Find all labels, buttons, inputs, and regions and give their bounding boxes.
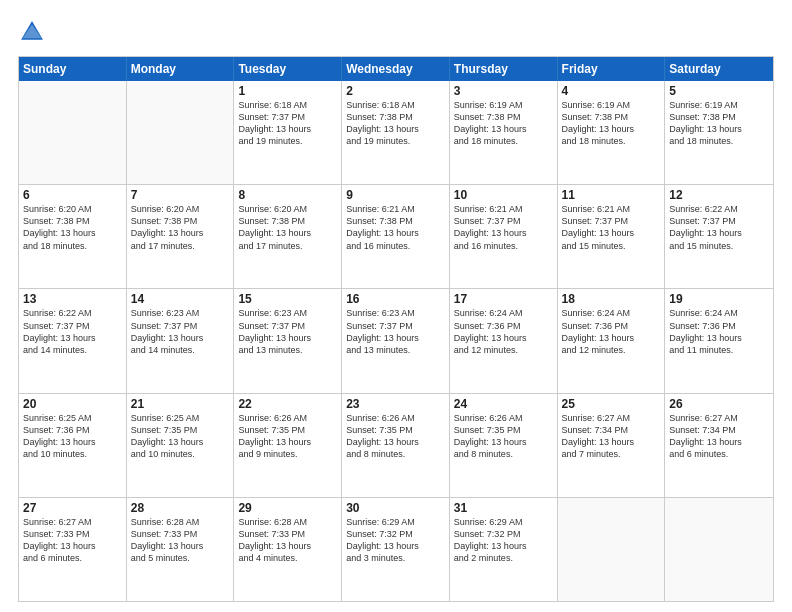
cell-detail: Sunrise: 6:19 AMSunset: 7:38 PMDaylight:… [562,99,661,148]
calendar-row-3: 20Sunrise: 6:25 AMSunset: 7:36 PMDayligh… [19,393,773,497]
calendar-cell: 4Sunrise: 6:19 AMSunset: 7:38 PMDaylight… [558,81,666,184]
weekday-header-saturday: Saturday [665,57,773,81]
calendar-row-1: 6Sunrise: 6:20 AMSunset: 7:38 PMDaylight… [19,184,773,288]
day-number: 15 [238,292,337,306]
calendar-cell: 15Sunrise: 6:23 AMSunset: 7:37 PMDayligh… [234,289,342,392]
cell-detail: Sunrise: 6:28 AMSunset: 7:33 PMDaylight:… [131,516,230,565]
calendar-cell: 25Sunrise: 6:27 AMSunset: 7:34 PMDayligh… [558,394,666,497]
cell-detail: Sunrise: 6:18 AMSunset: 7:38 PMDaylight:… [346,99,445,148]
cell-detail: Sunrise: 6:24 AMSunset: 7:36 PMDaylight:… [454,307,553,356]
calendar-row-0: 1Sunrise: 6:18 AMSunset: 7:37 PMDaylight… [19,81,773,184]
day-number: 22 [238,397,337,411]
calendar-cell: 9Sunrise: 6:21 AMSunset: 7:38 PMDaylight… [342,185,450,288]
calendar-cell: 10Sunrise: 6:21 AMSunset: 7:37 PMDayligh… [450,185,558,288]
day-number: 31 [454,501,553,515]
cell-detail: Sunrise: 6:23 AMSunset: 7:37 PMDaylight:… [131,307,230,356]
day-number: 9 [346,188,445,202]
calendar-cell: 7Sunrise: 6:20 AMSunset: 7:38 PMDaylight… [127,185,235,288]
day-number: 12 [669,188,769,202]
day-number: 7 [131,188,230,202]
weekday-header-tuesday: Tuesday [234,57,342,81]
calendar-cell: 29Sunrise: 6:28 AMSunset: 7:33 PMDayligh… [234,498,342,601]
day-number: 1 [238,84,337,98]
calendar: SundayMondayTuesdayWednesdayThursdayFrid… [18,56,774,602]
calendar-cell: 2Sunrise: 6:18 AMSunset: 7:38 PMDaylight… [342,81,450,184]
calendar-cell: 21Sunrise: 6:25 AMSunset: 7:35 PMDayligh… [127,394,235,497]
day-number: 8 [238,188,337,202]
cell-detail: Sunrise: 6:19 AMSunset: 7:38 PMDaylight:… [454,99,553,148]
cell-detail: Sunrise: 6:27 AMSunset: 7:34 PMDaylight:… [562,412,661,461]
calendar-cell: 26Sunrise: 6:27 AMSunset: 7:34 PMDayligh… [665,394,773,497]
calendar-cell [665,498,773,601]
day-number: 21 [131,397,230,411]
calendar-cell: 24Sunrise: 6:26 AMSunset: 7:35 PMDayligh… [450,394,558,497]
cell-detail: Sunrise: 6:18 AMSunset: 7:37 PMDaylight:… [238,99,337,148]
day-number: 6 [23,188,122,202]
calendar-cell: 23Sunrise: 6:26 AMSunset: 7:35 PMDayligh… [342,394,450,497]
cell-detail: Sunrise: 6:19 AMSunset: 7:38 PMDaylight:… [669,99,769,148]
calendar-cell: 3Sunrise: 6:19 AMSunset: 7:38 PMDaylight… [450,81,558,184]
day-number: 10 [454,188,553,202]
day-number: 24 [454,397,553,411]
day-number: 26 [669,397,769,411]
cell-detail: Sunrise: 6:21 AMSunset: 7:37 PMDaylight:… [454,203,553,252]
cell-detail: Sunrise: 6:25 AMSunset: 7:36 PMDaylight:… [23,412,122,461]
cell-detail: Sunrise: 6:26 AMSunset: 7:35 PMDaylight:… [346,412,445,461]
calendar-cell: 16Sunrise: 6:23 AMSunset: 7:37 PMDayligh… [342,289,450,392]
calendar-cell: 22Sunrise: 6:26 AMSunset: 7:35 PMDayligh… [234,394,342,497]
cell-detail: Sunrise: 6:26 AMSunset: 7:35 PMDaylight:… [238,412,337,461]
cell-detail: Sunrise: 6:28 AMSunset: 7:33 PMDaylight:… [238,516,337,565]
calendar-cell [127,81,235,184]
calendar-cell: 20Sunrise: 6:25 AMSunset: 7:36 PMDayligh… [19,394,127,497]
day-number: 2 [346,84,445,98]
calendar-cell: 1Sunrise: 6:18 AMSunset: 7:37 PMDaylight… [234,81,342,184]
day-number: 18 [562,292,661,306]
day-number: 13 [23,292,122,306]
cell-detail: Sunrise: 6:20 AMSunset: 7:38 PMDaylight:… [23,203,122,252]
calendar-cell: 6Sunrise: 6:20 AMSunset: 7:38 PMDaylight… [19,185,127,288]
calendar-cell [558,498,666,601]
calendar-cell: 11Sunrise: 6:21 AMSunset: 7:37 PMDayligh… [558,185,666,288]
cell-detail: Sunrise: 6:29 AMSunset: 7:32 PMDaylight:… [454,516,553,565]
page: SundayMondayTuesdayWednesdayThursdayFrid… [0,0,792,612]
svg-marker-1 [23,24,42,38]
calendar-row-4: 27Sunrise: 6:27 AMSunset: 7:33 PMDayligh… [19,497,773,601]
calendar-cell: 13Sunrise: 6:22 AMSunset: 7:37 PMDayligh… [19,289,127,392]
day-number: 16 [346,292,445,306]
calendar-header: SundayMondayTuesdayWednesdayThursdayFrid… [19,57,773,81]
calendar-cell: 31Sunrise: 6:29 AMSunset: 7:32 PMDayligh… [450,498,558,601]
calendar-row-2: 13Sunrise: 6:22 AMSunset: 7:37 PMDayligh… [19,288,773,392]
cell-detail: Sunrise: 6:25 AMSunset: 7:35 PMDaylight:… [131,412,230,461]
logo-icon [18,18,46,46]
weekday-header-friday: Friday [558,57,666,81]
calendar-cell: 17Sunrise: 6:24 AMSunset: 7:36 PMDayligh… [450,289,558,392]
weekday-header-monday: Monday [127,57,235,81]
day-number: 27 [23,501,122,515]
calendar-cell: 19Sunrise: 6:24 AMSunset: 7:36 PMDayligh… [665,289,773,392]
day-number: 20 [23,397,122,411]
cell-detail: Sunrise: 6:27 AMSunset: 7:33 PMDaylight:… [23,516,122,565]
cell-detail: Sunrise: 6:26 AMSunset: 7:35 PMDaylight:… [454,412,553,461]
calendar-body: 1Sunrise: 6:18 AMSunset: 7:37 PMDaylight… [19,81,773,601]
calendar-cell: 12Sunrise: 6:22 AMSunset: 7:37 PMDayligh… [665,185,773,288]
day-number: 23 [346,397,445,411]
day-number: 14 [131,292,230,306]
day-number: 11 [562,188,661,202]
day-number: 25 [562,397,661,411]
day-number: 3 [454,84,553,98]
weekday-header-wednesday: Wednesday [342,57,450,81]
calendar-cell: 30Sunrise: 6:29 AMSunset: 7:32 PMDayligh… [342,498,450,601]
day-number: 30 [346,501,445,515]
cell-detail: Sunrise: 6:22 AMSunset: 7:37 PMDaylight:… [23,307,122,356]
cell-detail: Sunrise: 6:29 AMSunset: 7:32 PMDaylight:… [346,516,445,565]
header [18,18,774,46]
calendar-cell: 14Sunrise: 6:23 AMSunset: 7:37 PMDayligh… [127,289,235,392]
calendar-cell: 27Sunrise: 6:27 AMSunset: 7:33 PMDayligh… [19,498,127,601]
cell-detail: Sunrise: 6:27 AMSunset: 7:34 PMDaylight:… [669,412,769,461]
day-number: 29 [238,501,337,515]
cell-detail: Sunrise: 6:24 AMSunset: 7:36 PMDaylight:… [669,307,769,356]
cell-detail: Sunrise: 6:20 AMSunset: 7:38 PMDaylight:… [131,203,230,252]
calendar-cell: 8Sunrise: 6:20 AMSunset: 7:38 PMDaylight… [234,185,342,288]
cell-detail: Sunrise: 6:21 AMSunset: 7:38 PMDaylight:… [346,203,445,252]
calendar-cell: 18Sunrise: 6:24 AMSunset: 7:36 PMDayligh… [558,289,666,392]
